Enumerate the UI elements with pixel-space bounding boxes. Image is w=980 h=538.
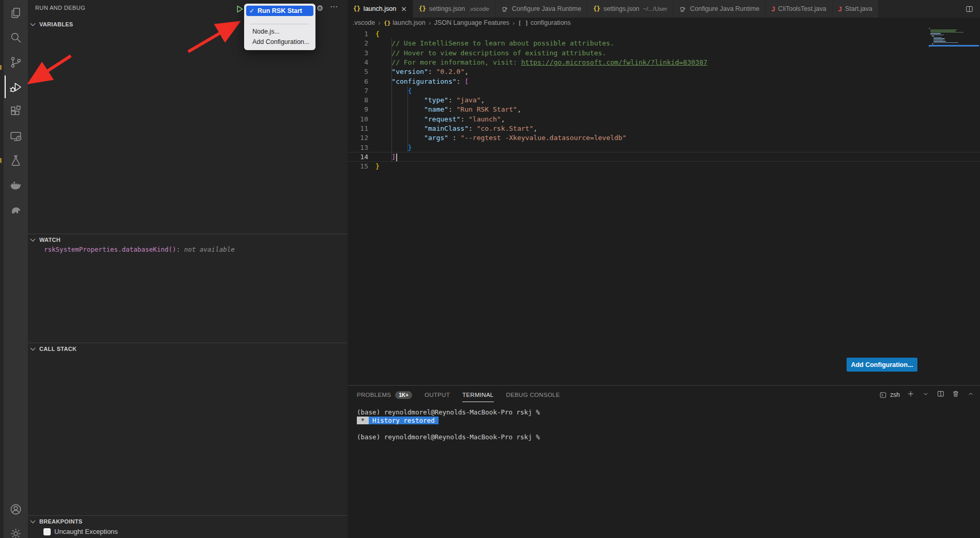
editor-tab-bar: {}launch.json×{}settings.json.vscodeConf… bbox=[348, 0, 980, 18]
gear-icon[interactable]: ⚙ bbox=[316, 4, 323, 13]
split-terminal-icon[interactable] bbox=[937, 390, 945, 400]
tab-label: settings.json bbox=[429, 5, 465, 12]
chevron-down-icon[interactable] bbox=[922, 390, 930, 400]
breadcrumb-item[interactable]: launch.json bbox=[393, 19, 425, 26]
breadcrumb-separator: › bbox=[378, 19, 381, 27]
extensions-icon[interactable] bbox=[5, 101, 26, 121]
line-content: // Hover to view descriptions of existin… bbox=[375, 48, 606, 58]
dropdown-item-add-configuration[interactable]: Add Configuration... bbox=[252, 38, 310, 45]
section-breakpoints[interactable]: BREAKPOINTS bbox=[28, 515, 348, 527]
panel-tab-problems[interactable]: PROBLEMS1K+ bbox=[357, 387, 412, 403]
code-token bbox=[375, 115, 424, 123]
add-configuration-button[interactable]: Add Configuration... bbox=[847, 358, 917, 372]
tab-settings-json[interactable]: {}settings.json~/.../User bbox=[587, 0, 673, 18]
sidebar-title: RUN AND DEBUG bbox=[35, 5, 85, 11]
code-line-8: 8 "type": "java", bbox=[348, 95, 980, 105]
uncaught-exceptions-checkbox[interactable] bbox=[43, 528, 51, 535]
terminal-output[interactable]: (base) reynoldmorel@Reynolds-MacBook-Pro… bbox=[357, 408, 540, 441]
remote-explorer-icon[interactable] bbox=[5, 126, 26, 146]
line-number: 13 bbox=[348, 143, 368, 152]
code-line-2: 2 // Use IntelliSense to learn about pos… bbox=[348, 38, 980, 48]
window-edge-mark bbox=[0, 158, 2, 163]
code-line-13: 13 } bbox=[348, 143, 980, 152]
indent-guide bbox=[408, 86, 408, 152]
dropdown-selected-label: Run RSK Start bbox=[258, 7, 302, 14]
breadcrumb-separator: › bbox=[429, 19, 431, 27]
code-token: : bbox=[448, 105, 457, 113]
code-token: : bbox=[448, 134, 460, 142]
code-line-5: 5 "version": "0.2.0", bbox=[348, 67, 980, 76]
tab-configure-java-runtime[interactable]: Configure Java Runtime bbox=[495, 0, 587, 18]
tab-clitoolstest-java[interactable]: JCliToolsTest.java bbox=[765, 0, 832, 18]
code-line-3: 3 // Hover to view descriptions of exist… bbox=[348, 48, 980, 58]
minimap-line bbox=[930, 33, 941, 34]
chevron-down-icon bbox=[31, 236, 36, 241]
dropdown-item-run-rsk-start[interactable]: ✓ Run RSK Start bbox=[246, 6, 313, 16]
elephant-icon[interactable] bbox=[5, 199, 26, 220]
breadcrumb: .vscode›{}launch.json›JSON Language Feat… bbox=[353, 18, 571, 28]
minimap[interactable] bbox=[929, 28, 980, 52]
close-icon[interactable]: × bbox=[401, 5, 407, 13]
test-beaker-icon[interactable] bbox=[5, 150, 26, 171]
chevron-up-icon[interactable] bbox=[967, 390, 975, 400]
minimap-line bbox=[930, 32, 963, 33]
code-line-4: 4 // For more information, visit: https:… bbox=[348, 57, 980, 67]
breadcrumb-item[interactable]: configurations bbox=[531, 19, 571, 26]
docker-icon[interactable] bbox=[5, 174, 26, 195]
settings-gear-icon[interactable] bbox=[5, 523, 26, 538]
files-icon[interactable] bbox=[5, 3, 26, 23]
more-actions-icon[interactable]: ⋯ bbox=[330, 2, 338, 11]
code-token: , bbox=[464, 68, 469, 75]
trash-icon[interactable] bbox=[952, 390, 960, 400]
tab-start-java[interactable]: JStart.java bbox=[833, 0, 879, 18]
java-runtime-icon bbox=[501, 5, 509, 13]
line-number: 3 bbox=[348, 48, 368, 58]
tab-label: Configure Java Runtime bbox=[512, 5, 581, 12]
chevron-down-icon bbox=[31, 518, 36, 523]
tab-launch-json[interactable]: {}launch.json× bbox=[348, 0, 413, 18]
breakpoint-row: Uncaught Exceptions bbox=[43, 528, 118, 535]
line-content: "request": "launch", bbox=[375, 114, 505, 124]
line-content: "mainClass": "co.rsk.Start", bbox=[375, 124, 537, 133]
debug-icon[interactable] bbox=[5, 76, 26, 97]
run-and-debug-sidebar bbox=[28, 0, 348, 538]
section-call-stack[interactable]: CALL STACK bbox=[28, 343, 348, 354]
terminal-text: * bbox=[357, 417, 369, 424]
code-token bbox=[375, 153, 391, 161]
tab-label: settings.json bbox=[604, 5, 639, 12]
add-icon[interactable] bbox=[907, 390, 915, 400]
chevron-down-icon bbox=[31, 21, 36, 26]
line-number: 14 bbox=[348, 152, 368, 162]
debug-start-icon[interactable] bbox=[235, 5, 244, 13]
json-file-icon: {} bbox=[353, 5, 360, 12]
line-number: 6 bbox=[348, 76, 368, 86]
line-number: 2 bbox=[348, 38, 368, 48]
code-token: "name" bbox=[424, 105, 448, 113]
account-icon[interactable] bbox=[5, 499, 26, 519]
code-token: : bbox=[457, 78, 465, 85]
line-content: ] bbox=[375, 152, 397, 162]
section-watch[interactable]: WATCH bbox=[28, 234, 348, 245]
debug-config-dropdown: ✓ Run RSK Start Node.js... Add Configura… bbox=[244, 4, 315, 50]
panel-tab-debug-console[interactable]: DEBUG CONSOLE bbox=[506, 387, 560, 403]
chevron-down-icon bbox=[31, 345, 36, 350]
dropdown-item-nodejs[interactable]: Node.js... bbox=[252, 28, 280, 35]
split-editor-icon[interactable] bbox=[965, 5, 974, 13]
source-control-icon[interactable] bbox=[5, 52, 26, 72]
breadcrumb-item[interactable]: JSON Language Features bbox=[434, 19, 509, 26]
watch-expression-row[interactable]: rskSystemProperties.databaseKind(): not … bbox=[44, 245, 235, 253]
code-token: , bbox=[481, 96, 485, 104]
code-token bbox=[375, 68, 391, 75]
line-content: "version": "0.2.0", bbox=[375, 67, 469, 76]
code-token: { bbox=[375, 30, 380, 38]
tab-configure-java-runtime[interactable]: Configure Java Runtime bbox=[673, 0, 765, 18]
panel-tab-terminal[interactable]: TERMINAL bbox=[462, 387, 494, 403]
code-token: } bbox=[375, 162, 380, 170]
panel-tab-output[interactable]: OUTPUT bbox=[425, 387, 450, 403]
breadcrumb-item[interactable]: .vscode bbox=[353, 19, 375, 26]
line-content: { bbox=[375, 86, 412, 96]
shell-selector[interactable]: zsh bbox=[879, 391, 900, 399]
tab-bar-actions bbox=[965, 0, 974, 18]
search-icon[interactable] bbox=[5, 27, 26, 48]
tab-settings-json[interactable]: {}settings.json.vscode bbox=[413, 0, 495, 18]
